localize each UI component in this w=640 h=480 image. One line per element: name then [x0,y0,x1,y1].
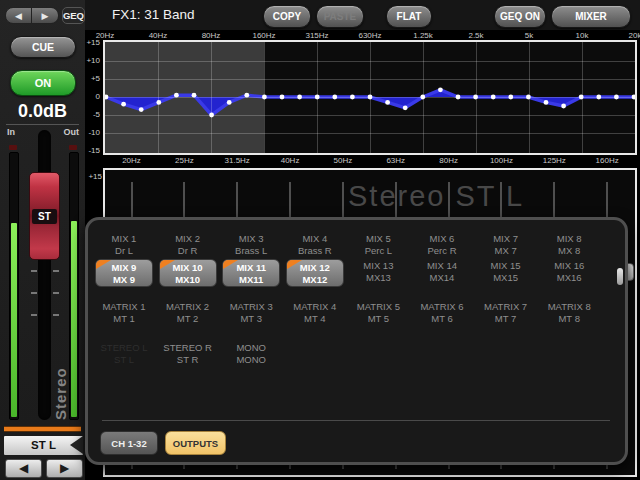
band-frequency-labels: 20Hz25Hz31.5Hz40Hz50Hz63Hz80Hz100Hz125Hz… [105,156,635,166]
tab-ch-1-32[interactable]: CH 1-32 [100,431,158,455]
output-select-button[interactable]: MIX 12MX12 [286,259,344,287]
gain-tick-label: +5 [91,74,100,83]
tag-notch [70,436,83,454]
band-freq-label: 100Hz [490,156,513,165]
fader-tick [31,270,37,272]
output-select-item[interactable]: MIX 15MX15 [474,260,538,284]
meter-in-label: In [7,127,15,137]
prev-channel-button[interactable]: ◀ [5,459,42,478]
geq-assign-corner-icon [96,260,111,269]
stagemix-geq-screen: ◀ ▶ GEQ CUE ON 0.0dB In Out ST Stereo ST… [0,0,640,480]
fader-tick [53,314,59,316]
output-select-item[interactable]: MIX 5Perc L [346,233,410,257]
freq-tick-label: 630Hz [358,31,381,40]
clip-led-in [9,145,17,150]
output-select-item[interactable]: STEREO LST L [92,342,156,366]
output-select-item[interactable]: MIX 14MX14 [410,260,474,284]
channel-next-button[interactable]: ▶ [32,7,59,24]
copy-button[interactable]: COPY [263,5,311,28]
fader-tick [31,292,37,294]
geq-gain-axis: +15+10+50-5-10-15 [82,38,102,153]
geq-overview-graph[interactable] [103,40,637,155]
grid-line-horizontal [105,61,635,62]
band-freq-label: 63Hz [386,156,405,165]
meter-out-label: Out [64,127,80,137]
output-select-item[interactable]: MIX 2Dr R [156,233,220,257]
channel-prev-button[interactable]: ◀ [5,7,32,24]
clip-led-out [69,145,77,150]
mixer-button[interactable]: MIXER [551,5,631,28]
freq-tick-label: 10k [576,31,589,40]
channel-name-tag[interactable]: ST L [4,436,83,455]
arrow-left-icon: ◀ [15,11,22,21]
band-freq-label: 20Hz [122,156,141,165]
output-select-item[interactable]: MATRIX 8MT 8 [537,301,601,325]
geq-on-toggle[interactable]: GEQ ON [494,5,546,28]
output-select-item[interactable]: MATRIX 3MT 3 [219,301,283,325]
geq-mode-button[interactable]: GEQ [62,7,85,24]
band-freq-label: 50Hz [334,156,353,165]
output-select-button[interactable]: MIX 9MX 9 [95,259,153,287]
output-select-item[interactable]: MIX 6Perc R [410,233,474,257]
output-select-item[interactable]: MATRIX 4MT 4 [283,301,347,325]
output-select-item[interactable]: MIX 7MX 7 [474,233,538,257]
channel-nav-geq-control: ◀ ▶ GEQ [5,7,85,24]
geq-band-point[interactable] [544,100,549,105]
geq-band-point[interactable] [561,104,566,109]
geq-band-point[interactable] [403,105,408,110]
freq-tick-label: 40Hz [149,31,168,40]
geq-band-point[interactable] [438,87,443,92]
next-channel-button[interactable]: ▶ [46,459,83,478]
fader-tick [53,292,59,294]
geq-band-point[interactable] [139,107,144,112]
output-select-item[interactable]: MONOMONO [219,342,283,366]
meter-fill [11,223,17,417]
gain-tick-label: -15 [88,146,100,155]
output-select-item[interactable]: MATRIX 7MT 7 [474,301,538,325]
band-freq-label: 25Hz [175,156,194,165]
band-axis-top-label: +15 [82,172,102,181]
output-select-item[interactable]: MIX 8MX 8 [537,233,601,257]
output-select-item[interactable]: MATRIX 5MT 5 [346,301,410,325]
output-select-item[interactable]: MIX 3Brass L [219,233,283,257]
arrow-left-icon: ◀ [19,461,28,475]
output-select-item[interactable]: STEREO RST R [156,342,220,366]
cue-button[interactable]: CUE [10,36,76,58]
output-select-item[interactable]: MIX 13MX13 [346,260,410,284]
tab-outputs[interactable]: OUTPUTS [165,431,226,455]
channel-name-vertical: Stereo [52,328,69,420]
geq-band-point[interactable] [227,100,232,105]
output-select-item[interactable]: MIX 1Dr L [92,233,156,257]
geq-assign-corner-icon [160,260,175,269]
output-select-item[interactable]: MATRIX 1MT 1 [92,301,156,325]
band-freq-label: 160Hz [596,156,619,165]
flat-button[interactable]: FLAT [386,5,432,28]
output-select-button[interactable]: MIX 10MX10 [159,259,217,287]
output-select-item[interactable]: MIX 4Brass R [283,233,347,257]
level-meter-in [9,152,19,420]
freq-tick-label: 1.25k [413,31,433,40]
header-bar: FX1: 31 Band COPY PASTE FLAT GEQ ON MIXE… [85,0,640,31]
output-select-button[interactable]: MIX 11MX11 [222,259,280,287]
channel-fader-knob[interactable]: ST [29,172,60,260]
grid-line-horizontal [105,115,635,116]
geq-band-point[interactable] [121,102,126,107]
gain-tick-label: 0 [96,92,100,101]
meter-fill [71,221,77,417]
arrow-right-icon: ▶ [60,461,69,475]
channel-sidebar: ◀ ▶ GEQ CUE ON 0.0dB In Out ST Stereo ST… [0,0,86,480]
output-select-item[interactable]: MIX 16MX16 [537,260,601,284]
band-freq-label: 40Hz [281,156,300,165]
paste-button[interactable]: PASTE [316,5,364,28]
band-freq-label: 80Hz [439,156,458,165]
channel-color-stripe [4,426,81,432]
channel-on-button[interactable]: ON [10,70,76,96]
output-select-popup: MIX 1Dr LMIX 2Dr RMIX 3Brass LMIX 4Brass… [85,217,628,465]
geq-assign-corner-icon [287,260,302,269]
grid-line-horizontal [105,97,635,98]
gain-tick-label: -10 [88,128,100,137]
geq-band-point[interactable] [385,100,390,105]
output-select-item[interactable]: MATRIX 6MT 6 [410,301,474,325]
output-select-item[interactable]: MATRIX 2MT 2 [156,301,220,325]
scrollbar-thumb[interactable] [617,268,623,285]
